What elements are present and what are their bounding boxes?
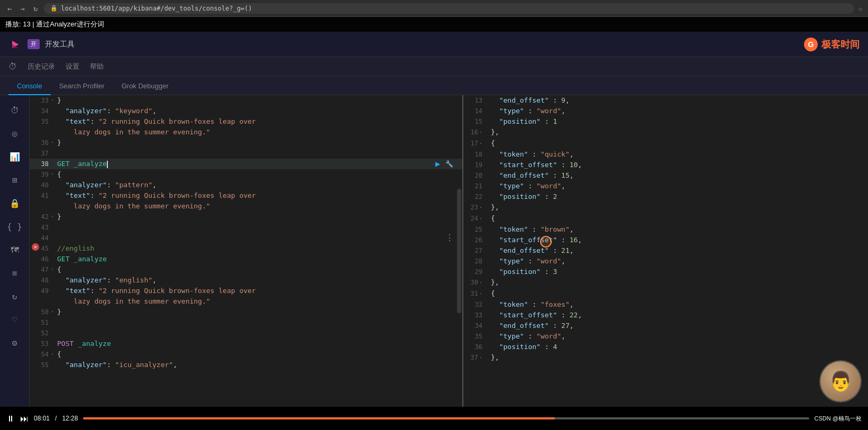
code-line-37: 37 <box>30 148 462 159</box>
line-number-47: 47· <box>30 264 55 275</box>
output-line-14: 14 "type" : "word", <box>463 106 868 116</box>
code-line-52: 52 <box>30 328 462 338</box>
output-num-23: 23· <box>463 202 489 213</box>
line-content-38: GET _analyze <box>55 159 433 169</box>
output-content-32: "token" : "foxes", <box>489 299 864 310</box>
line-content-35-cont: lazy dogs in the summer evening." <box>55 127 458 138</box>
output-num-16: 16· <box>463 127 489 138</box>
line-content-50: } <box>55 307 458 317</box>
play-pause-button[interactable]: ⏸ <box>6 414 15 424</box>
time-current: 08:01 <box>34 415 50 422</box>
editor-scrollbar[interactable] <box>457 189 461 314</box>
line-number-36: 36· <box>30 138 55 148</box>
output-line-19: 19 "start_offset" : 10, <box>463 160 868 170</box>
output-num-32: 32 <box>463 299 489 310</box>
bookmark-icon[interactable]: ☆ <box>858 4 863 13</box>
output-line-36: 36 "position" : 4 <box>463 342 868 352</box>
output-num-24: 24· <box>463 213 489 224</box>
nav-back-button[interactable]: ← <box>5 3 14 14</box>
url-bar[interactable]: 🔒 localhost:5601/app/kibana#/dev_tools/c… <box>44 3 854 14</box>
output-line-23: 23· }, <box>463 202 868 213</box>
output-line-15: 15 "position" : 1 <box>463 116 868 127</box>
line-number-49: 49 <box>30 286 55 296</box>
line-content-36: } <box>55 138 458 148</box>
output-num-13: 13 <box>463 95 489 106</box>
line-content-45: //english <box>55 243 458 254</box>
sidebar-icon-list[interactable]: ≡ <box>4 262 25 283</box>
line-content-40: "analyzer": "pattern", <box>55 180 458 190</box>
tab-grok-debugger[interactable]: Grok Debugger <box>113 78 177 95</box>
sidebar-icon-map[interactable]: 🗺 <box>4 239 25 260</box>
sidebar-icon-lock[interactable]: 🔒 <box>4 193 25 214</box>
nav-forward-button[interactable]: → <box>18 3 26 14</box>
progress-bar[interactable] <box>83 417 809 419</box>
code-line-38[interactable]: 38 GET _analyze ▶ 🔧 <box>30 159 462 169</box>
output-content-15: "position" : 1 <box>489 116 864 127</box>
context-menu-dots[interactable]: ⋮ <box>445 233 454 243</box>
history-link[interactable]: 历史记录 <box>28 62 55 71</box>
next-button[interactable]: ⏭ <box>20 414 29 424</box>
output-num-33: 33 <box>463 310 489 321</box>
output-num-18: 18 <box>463 149 489 160</box>
line-number-42: 42· <box>30 212 55 222</box>
output-line-22: 22 "position" : 2 <box>463 191 868 202</box>
help-link[interactable]: 帮助 <box>90 62 104 71</box>
avatar-image: 👨 <box>820 361 861 401</box>
code-editor[interactable]: 33· } 34 "analyzer": "keyword", 35 "text… <box>30 95 462 407</box>
output-content-16: }, <box>489 127 864 138</box>
output-num-36: 36 <box>463 342 489 352</box>
output-num-27: 27 <box>463 245 489 256</box>
line-content-46: GET _analyze <box>55 254 458 264</box>
line-content-55: "analyzer": "icu_analyzer", <box>55 360 458 370</box>
sidebar-icon-gear[interactable]: ⚙ <box>4 332 25 353</box>
code-line-41: 41 "text": "2 running Quick brown-foxes … <box>30 190 462 201</box>
output-line-27: 27 "end_offset" : 21, <box>463 245 868 256</box>
editor-panel[interactable]: 33· } 34 "analyzer": "keyword", 35 "text… <box>30 95 463 407</box>
sidebar-icon-refresh[interactable]: ↻ <box>4 286 25 307</box>
sidebar-icon-code[interactable]: { } <box>4 216 25 237</box>
run-button[interactable]: ▶ <box>433 159 442 169</box>
sidebar-icon-grid[interactable]: ⊞ <box>4 169 25 190</box>
video-top-text: 播放: 13 | 通过Analyzer进行分词 <box>5 20 104 29</box>
tab-search-profiler[interactable]: Search Profiler <box>51 78 113 95</box>
sidebar-icon-chart[interactable]: 📊 <box>4 146 25 167</box>
output-line-26: 26 "start_offset" : 16, <box>463 235 868 245</box>
line-content-41-cont: lazy dogs in the summer evening." <box>55 201 458 212</box>
output-content-13: "end_offset" : 9, <box>489 95 864 106</box>
code-line-55: 55 "analyzer": "icu_analyzer", <box>30 360 462 370</box>
output-num-22: 22 <box>463 191 489 202</box>
settings-link[interactable]: 设置 <box>66 62 79 71</box>
line-number-35: 35 <box>30 116 55 127</box>
output-num-30: 30· <box>463 277 489 288</box>
output-line-17: 17· { <box>463 138 868 149</box>
sidebar-icon-compass[interactable]: ◎ <box>4 123 25 144</box>
code-line-48: 48 "analyzer": "english", <box>30 275 462 286</box>
output-num-29: 29 <box>463 267 489 277</box>
line-number-38: 38 <box>30 159 55 169</box>
header-right: G 极客时间 <box>803 37 860 52</box>
code-line-33: 33· } <box>30 95 462 106</box>
output-line-33: 33 "start_offset" : 22, <box>463 310 868 321</box>
output-num-25: 25 <box>463 224 489 235</box>
code-line-36: 36· } <box>30 138 462 148</box>
browser-bar: ← → ↻ 🔒 localhost:5601/app/kibana#/dev_t… <box>0 0 868 17</box>
geek-logo: G 极客时间 <box>803 37 860 52</box>
output-line-34: 34 "end_offset" : 27, <box>463 321 868 331</box>
svg-text:G: G <box>808 40 814 49</box>
output-content-21: "type" : "word", <box>489 181 864 191</box>
output-line-13: 13 "end_offset" : 9, <box>463 95 868 106</box>
tab-console[interactable]: Console <box>8 78 51 95</box>
code-line-54: 54· { <box>30 349 462 360</box>
wrench-button[interactable]: 🔧 <box>444 159 454 169</box>
output-content-14: "type" : "word", <box>489 106 864 116</box>
output-num-19: 19 <box>463 160 489 170</box>
sidebar-icon-heart[interactable]: ♡ <box>4 309 25 330</box>
line-number-51: 51 <box>30 317 55 328</box>
code-line-41-cont: lazy dogs in the summer evening." <box>30 201 462 212</box>
page-title: 开发工具 <box>45 40 75 49</box>
output-num-37: 37· <box>463 352 489 363</box>
code-line-50: 50· } <box>30 307 462 317</box>
code-line-51: 51 <box>30 317 462 328</box>
nav-refresh-button[interactable]: ↻ <box>31 3 40 14</box>
sidebar-icon-clock[interactable]: ⏱ <box>4 99 25 121</box>
